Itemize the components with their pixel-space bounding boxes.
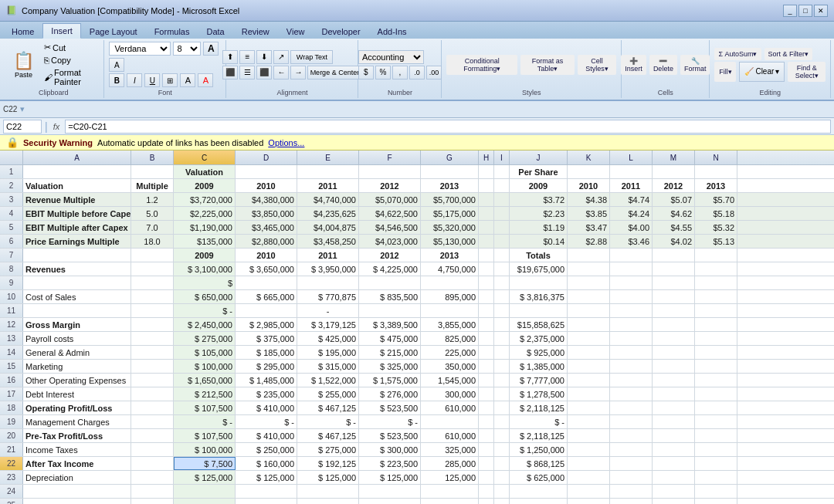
find-select-button[interactable]: Find & Select▾: [788, 62, 826, 82]
cell-20-f[interactable]: $ 523,500: [359, 429, 421, 442]
cell-3-c[interactable]: $3,720,000: [174, 193, 236, 206]
cell-16-k[interactable]: [568, 374, 610, 387]
cell-1-n[interactable]: [695, 165, 737, 178]
cell-22-m[interactable]: [653, 457, 695, 470]
cell-16-m[interactable]: [653, 374, 695, 387]
cell-10-h[interactable]: [479, 290, 494, 303]
cell-12-l[interactable]: [610, 318, 653, 331]
cell-22-i[interactable]: [494, 457, 510, 470]
underline-button[interactable]: U: [144, 73, 160, 87]
cell-21-j[interactable]: $ 1,250,000: [510, 443, 568, 456]
cell-16-f[interactable]: $ 1,575,000: [359, 374, 421, 387]
col-header-k[interactable]: K: [568, 151, 610, 164]
cell-10-j[interactable]: $ 3,816,375: [510, 290, 568, 303]
cell-23-h[interactable]: [479, 471, 494, 484]
cell-9-e[interactable]: [297, 276, 359, 289]
cell-22-l[interactable]: [610, 457, 653, 470]
cell-20-l[interactable]: [610, 429, 653, 442]
cell-21-h[interactable]: [479, 443, 494, 456]
cell-23-f[interactable]: $ 125,000: [359, 471, 421, 484]
cell-9-m[interactable]: [653, 276, 695, 289]
cell-16-l[interactable]: [610, 374, 653, 387]
decrease-decimal-button[interactable]: .0: [409, 66, 425, 79]
cell-5-k[interactable]: $3.47: [568, 221, 610, 234]
cell-1-l[interactable]: [610, 165, 653, 178]
cell-22-e[interactable]: $ 192,125: [297, 457, 359, 470]
cell-13-b[interactable]: [131, 332, 174, 345]
fill-button[interactable]: Fill▾: [714, 62, 736, 82]
cell-16-j[interactable]: $ 7,777,000: [510, 374, 568, 387]
col-header-h[interactable]: H: [479, 151, 494, 164]
cell-2-m[interactable]: 2012: [653, 179, 695, 192]
cell-6-l[interactable]: $3.46: [610, 235, 653, 248]
col-header-j[interactable]: J: [510, 151, 568, 164]
cell-3-n[interactable]: $5.70: [695, 193, 737, 206]
cell-12-m[interactable]: [653, 318, 695, 331]
cell-17-j[interactable]: $ 1,278,500: [510, 387, 568, 401]
cell-16-e[interactable]: $ 1,522,000: [297, 374, 359, 387]
cell-1-d[interactable]: [236, 165, 297, 178]
tab-data[interactable]: Data: [198, 23, 232, 39]
cell-15-c[interactable]: $ 100,000: [174, 360, 236, 373]
cell-12-e[interactable]: $ 3,179,125: [297, 318, 359, 331]
cell-15-n[interactable]: [695, 360, 737, 373]
cell-22-c[interactable]: $ 7,500: [174, 457, 236, 470]
cell-10-n[interactable]: [695, 290, 737, 303]
cell-3-a[interactable]: Revenue Multiple: [23, 193, 131, 206]
cell-17-e[interactable]: $ 255,000: [297, 387, 359, 401]
cell-20-e[interactable]: $ 467,125: [297, 429, 359, 442]
cell-14-e[interactable]: $ 195,000: [297, 346, 359, 359]
cell-20-c[interactable]: $ 107,500: [174, 429, 236, 442]
cell-19-b[interactable]: [131, 415, 174, 428]
font-grow-button[interactable]: A: [203, 42, 219, 56]
cell-19-e[interactable]: $ -: [297, 415, 359, 428]
tab-add-ins[interactable]: Add-Ins: [369, 23, 415, 39]
cell-9-l[interactable]: [610, 276, 653, 289]
cell-19-c[interactable]: $ -: [174, 415, 236, 428]
cell-14-c[interactable]: $ 105,000: [174, 346, 236, 359]
col-header-e[interactable]: E: [297, 151, 359, 164]
cell-6-h[interactable]: [479, 235, 494, 248]
cell-4-n[interactable]: $5.18: [695, 207, 737, 220]
cell-14-b[interactable]: [131, 346, 174, 359]
cell-15-m[interactable]: [653, 360, 695, 373]
cell-21-b[interactable]: [131, 443, 174, 456]
cell-20-n[interactable]: [695, 429, 737, 442]
col-header-f[interactable]: F: [359, 151, 421, 164]
cell-18-h[interactable]: [479, 401, 494, 414]
cell-13-k[interactable]: [568, 332, 610, 345]
cell-9-j[interactable]: [510, 276, 568, 289]
cell-21-g[interactable]: 325,000: [421, 443, 479, 456]
sort-filter-button[interactable]: Sort & Filter▾: [764, 48, 813, 60]
cell-11-l[interactable]: [610, 304, 653, 317]
cell-22-a[interactable]: After Tax Income: [23, 457, 131, 470]
cell-14-d[interactable]: $ 185,000: [236, 346, 297, 359]
cell-18-g[interactable]: 610,000: [421, 401, 479, 414]
cell-8-f[interactable]: $ 4,225,000: [359, 262, 421, 276]
cell-18-i[interactable]: [494, 401, 510, 414]
cell-11-d[interactable]: [236, 304, 297, 317]
cell-14-a[interactable]: General & Admin: [23, 346, 131, 359]
cell-13-c[interactable]: $ 275,000: [174, 332, 236, 345]
cell-13-m[interactable]: [653, 332, 695, 345]
cell-13-i[interactable]: [494, 332, 510, 345]
cell-8-b[interactable]: [131, 262, 174, 276]
cell-3-g[interactable]: $5,700,000: [421, 193, 479, 206]
cell-17-i[interactable]: [494, 387, 510, 401]
cell-15-a[interactable]: Marketing: [23, 360, 131, 373]
cell-20-k[interactable]: [568, 429, 610, 442]
cell-14-m[interactable]: [653, 346, 695, 359]
tab-page-layout[interactable]: Page Layout: [81, 23, 146, 39]
col-header-g[interactable]: G: [421, 151, 479, 164]
cell-4-k[interactable]: $3.85: [568, 207, 610, 220]
cell-7-g[interactable]: 2013: [421, 249, 479, 262]
cell-19-d[interactable]: $ -: [236, 415, 297, 428]
col-header-i[interactable]: I: [494, 151, 510, 164]
cell-1-j[interactable]: Per Share: [510, 165, 568, 178]
cell-21-a[interactable]: Income Taxes: [23, 443, 131, 456]
cell-5-l[interactable]: $4.00: [610, 221, 653, 234]
cell-16-b[interactable]: [131, 374, 174, 387]
cell-8-n[interactable]: [695, 262, 737, 276]
cell-23-m[interactable]: [653, 471, 695, 484]
cell-7-k[interactable]: [568, 249, 610, 262]
